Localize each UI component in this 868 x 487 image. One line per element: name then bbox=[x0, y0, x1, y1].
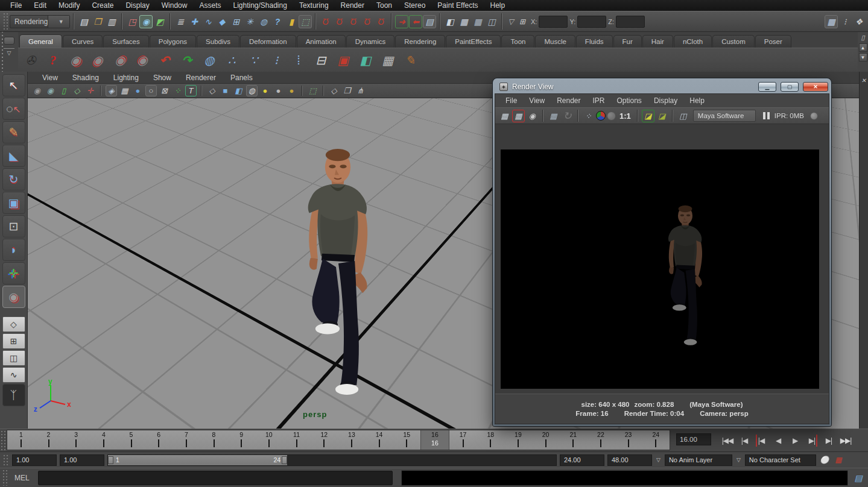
x-field[interactable] bbox=[539, 16, 568, 28]
camera-zoom-icon[interactable] bbox=[133, 51, 151, 69]
range-grip[interactable] bbox=[3, 454, 8, 465]
timeline-frame-22[interactable]: 22 bbox=[587, 430, 615, 450]
xray-icon[interactable] bbox=[328, 85, 340, 96]
image-plane-icon[interactable] bbox=[71, 85, 83, 96]
shelf-menu-button[interactable] bbox=[4, 37, 14, 45]
layout-outliner-persp-button[interactable]: ◫ bbox=[2, 350, 25, 366]
all-lights-icon[interactable] bbox=[286, 85, 297, 96]
play-backwards-button[interactable]: ◀ bbox=[770, 433, 786, 448]
snap-grid-icon[interactable] bbox=[188, 15, 201, 28]
tool-settings-toggle-icon[interactable] bbox=[838, 15, 852, 28]
shelf-tab-deformation[interactable]: Deformation bbox=[240, 35, 296, 48]
layout-four-pane-button[interactable]: ⊞ bbox=[2, 333, 25, 349]
rv-menu-options[interactable]: Options bbox=[612, 96, 647, 105]
go-to-start-button[interactable]: |◀◀ bbox=[720, 433, 735, 448]
menu-set-selector[interactable]: Rendering ▼ bbox=[10, 15, 70, 28]
snap-view-plane-icon[interactable] bbox=[243, 15, 256, 28]
timeline-frame-19[interactable]: 19 bbox=[504, 430, 532, 450]
rendered-image[interactable] bbox=[501, 149, 819, 389]
magnet-view-icon[interactable] bbox=[375, 15, 388, 28]
shelf-tab-ncloth[interactable]: nCloth bbox=[674, 35, 712, 48]
shelf-tab-polygons[interactable]: Polygons bbox=[150, 35, 196, 48]
magnet-point-icon[interactable] bbox=[347, 15, 360, 28]
timeline-frame-6[interactable]: 6 bbox=[145, 430, 173, 450]
safe-title-icon[interactable] bbox=[159, 85, 170, 96]
selection-mask-menu-icon[interactable] bbox=[174, 15, 187, 28]
panel-menu-show[interactable]: Show bbox=[147, 74, 177, 82]
open-render-settings-icon[interactable] bbox=[677, 110, 689, 122]
auto-keyframe-icon[interactable] bbox=[833, 454, 844, 465]
shelf-tab-painteffects[interactable]: PaintEffects bbox=[446, 35, 501, 48]
shelf-tab-fur[interactable]: Fur bbox=[613, 35, 642, 48]
panel-menu-shading[interactable]: Shading bbox=[66, 74, 105, 82]
construction-history-icon[interactable] bbox=[423, 15, 436, 28]
range-end-handle[interactable] bbox=[282, 456, 287, 464]
cluster-single-icon[interactable] bbox=[267, 51, 285, 69]
timeline-frame-12[interactable]: 12 bbox=[310, 430, 338, 450]
shelf-tab-fluids[interactable]: Fluids bbox=[576, 35, 613, 48]
timeline-frame-20[interactable]: 20 bbox=[532, 430, 560, 450]
character-model[interactable] bbox=[274, 143, 402, 397]
timeline-frame-21[interactable]: 21 bbox=[559, 430, 587, 450]
shelf-tab-muscle[interactable]: Muscle bbox=[535, 35, 575, 48]
shelf-tab-poser[interactable]: Poser bbox=[755, 35, 791, 48]
menu-create[interactable]: Create bbox=[86, 1, 119, 10]
one-to-one-zoom-icon[interactable]: 1:1 bbox=[617, 112, 633, 121]
use-all-lights-icon[interactable] bbox=[246, 85, 258, 96]
shelf-tab-rendering[interactable]: Rendering bbox=[395, 35, 445, 48]
layout-single-pane-button[interactable]: ◇ bbox=[2, 316, 25, 332]
gate-mask-icon[interactable] bbox=[132, 85, 144, 96]
quick-select-icon[interactable] bbox=[517, 16, 528, 27]
range-start-handle[interactable] bbox=[108, 456, 113, 464]
menu-paint-effects[interactable]: Paint Effects bbox=[432, 1, 483, 10]
shelf-trash-icon[interactable] bbox=[858, 33, 867, 42]
timeline-frame-23[interactable]: 23 bbox=[615, 430, 642, 450]
timeline-frame-16[interactable]: 1616 bbox=[420, 430, 449, 450]
playback-range-bar[interactable]: 1 24 bbox=[108, 455, 287, 465]
menu-window[interactable]: Window bbox=[156, 1, 193, 10]
custom-layout-button[interactable]: ᛉ bbox=[2, 384, 25, 406]
playback-start-field[interactable]: 1.00 bbox=[60, 454, 104, 466]
play-forwards-button[interactable]: ▶ bbox=[787, 433, 803, 448]
select-component-icon[interactable] bbox=[153, 15, 166, 28]
step-forward-frame-button[interactable]: ▶| bbox=[821, 433, 837, 448]
default-light-icon[interactable] bbox=[259, 85, 271, 96]
multi-pane-icon[interactable] bbox=[341, 85, 353, 96]
menu-file[interactable]: File bbox=[5, 1, 27, 10]
new-scene-icon[interactable] bbox=[77, 15, 90, 28]
channel-box-toggle-icon[interactable] bbox=[852, 15, 866, 28]
timeline-frame-4[interactable]: 4 bbox=[90, 430, 118, 450]
shelf-tab-dynamics[interactable]: Dynamics bbox=[346, 35, 394, 48]
minimize-button[interactable]: ▁ bbox=[758, 82, 776, 92]
snap-point-icon[interactable] bbox=[215, 15, 229, 28]
script-editor-icon[interactable] bbox=[852, 471, 865, 485]
timeline-frame-13[interactable]: 13 bbox=[338, 430, 366, 450]
timeline-frame-24[interactable]: 24 bbox=[642, 430, 670, 450]
timeline-frame-10[interactable]: 10 bbox=[255, 430, 283, 450]
move-tool[interactable]: ◣ bbox=[2, 145, 25, 167]
timeline-frame-1[interactable]: 1 bbox=[7, 430, 35, 450]
render-current-frame-icon[interactable] bbox=[457, 15, 470, 28]
rv-menu-help[interactable]: Help bbox=[684, 96, 710, 105]
shelf-tab-subdivs[interactable]: Subdivs bbox=[197, 35, 239, 48]
wireframe-mode-icon[interactable] bbox=[206, 85, 218, 96]
panel-menu-view[interactable]: View bbox=[36, 74, 64, 82]
camera-dolly-icon[interactable] bbox=[89, 51, 107, 69]
shelf-tab-custom[interactable]: Custom bbox=[712, 35, 755, 48]
open-scene-icon[interactable] bbox=[91, 15, 104, 28]
select-shaded-object-icon[interactable] bbox=[356, 51, 375, 69]
cluster-pair-icon[interactable] bbox=[290, 51, 308, 69]
range-slider-track[interactable]: 1 24 bbox=[107, 454, 557, 466]
2d-pan-zoom-icon[interactable] bbox=[84, 85, 96, 96]
shelf-tab-toon[interactable]: Toon bbox=[501, 35, 534, 48]
select-tool[interactable]: ↖ bbox=[2, 74, 25, 96]
show-manipulator-tool[interactable]: ✛ bbox=[2, 262, 25, 284]
panel-menu-panels[interactable]: Panels bbox=[224, 74, 259, 82]
ipr-render-icon[interactable] bbox=[471, 15, 484, 28]
shelf-tab-hair[interactable]: Hair bbox=[642, 35, 673, 48]
bookmarks-icon[interactable] bbox=[58, 85, 69, 96]
command-language-label[interactable]: MEL bbox=[8, 474, 38, 482]
grid-toggle-icon[interactable] bbox=[106, 85, 117, 96]
current-time-field[interactable] bbox=[676, 433, 711, 445]
universal-manipulator-tool[interactable]: ⊡ bbox=[2, 215, 25, 237]
